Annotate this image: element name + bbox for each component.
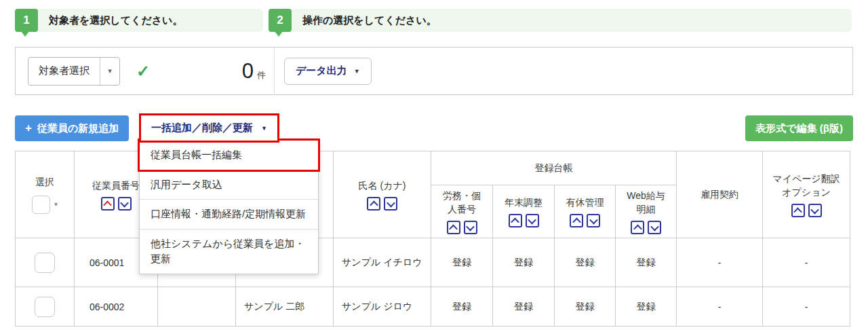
bulk-update-menu: 従業員台帳一括編集 汎用データ取込 口座情報・通勤経路/定期情報更新 他社システ… (139, 140, 319, 274)
target-select-button[interactable]: 対象者選択 ▾ (28, 57, 120, 86)
step-label: 対象者を選択してください。 (49, 9, 263, 32)
mypage-translation-label: マイページ翻訳オプション (770, 172, 842, 200)
sort-asc-button[interactable] (631, 221, 644, 234)
name-cell: サンプル 二郎 (236, 287, 334, 327)
chevron-down-icon (650, 223, 659, 232)
roumu-label: 労務・個人番号 (440, 189, 484, 217)
column-header-nencho: 年末調整 (493, 185, 555, 238)
column-header-web-payslip: Web給与明細 (616, 185, 677, 238)
menu-item-bank-commute-update[interactable]: 口座情報・通勤経路/定期情報更新 (140, 199, 318, 229)
row-checkbox[interactable] (35, 253, 55, 273)
step-number: 1 (23, 14, 29, 27)
selection-bar-right: データ出力 ▼ (275, 48, 372, 94)
column-header-name-kana: 氏名 (カナ) (334, 151, 431, 238)
employment-contract-cell: - (677, 287, 763, 327)
mypage-translation-cell: - (763, 287, 850, 327)
web-payslip-cell: 登録 (616, 287, 677, 327)
column-header-employment-contract: 雇用契約 (677, 151, 763, 238)
employee-number-cell: 06-0002 (75, 287, 158, 327)
column-header-select: 選択 ▾ (16, 151, 75, 238)
sort-asc-button[interactable] (509, 214, 522, 227)
sort-asc-button[interactable] (101, 197, 115, 210)
caret-down-icon: ▼ (261, 125, 267, 132)
data-export-label: データ出力 (296, 65, 347, 77)
chevron-down-icon (387, 198, 395, 207)
employee-number-label: 従業員番号 (92, 180, 140, 191)
sort-asc-button[interactable] (570, 214, 583, 227)
menu-item-batch-edit-roster[interactable]: 従業員台帳一括編集 (140, 141, 318, 170)
menu-item-generic-data-import[interactable]: 汎用データ取込 (140, 170, 318, 200)
column-header-mypage-translation: マイページ翻訳オプション (763, 151, 850, 238)
sort-desc-button[interactable] (526, 214, 539, 227)
bulk-update-dropdown-button[interactable]: 一括追加／削除／更新 ▼ (139, 113, 279, 143)
sort-desc-button[interactable] (648, 221, 661, 234)
bulk-update-label: 一括追加／削除／更新 (151, 122, 253, 134)
chevron-down-icon (466, 223, 475, 232)
chevron-up-icon (511, 217, 519, 226)
name-kana-label: 氏名 (カナ) (359, 180, 406, 191)
row-checkbox[interactable] (35, 297, 55, 317)
selection-bar-left: 対象者選択 ▾ ✓ 0 件 (16, 48, 274, 94)
name-kana-cell: サンプル ジロウ (334, 287, 431, 327)
check-icon: ✓ (136, 62, 150, 81)
caret-down-icon[interactable]: ▾ (54, 200, 58, 210)
web-payslip-cell: 登録 (616, 238, 677, 287)
chevron-up-icon (633, 224, 642, 233)
chevron-down-icon (120, 198, 129, 207)
table-row: 06-0002 サンプル 二郎 サンプル ジロウ 登録 登録 登録 登録 - - (16, 287, 850, 327)
selected-count-unit: 件 (257, 69, 266, 81)
nencho-cell: 登録 (493, 238, 555, 287)
sort-desc-button[interactable] (118, 197, 132, 210)
selected-count: 0 件 (242, 59, 274, 84)
nencho-cell: 登録 (493, 287, 555, 327)
yukyu-cell: 登録 (555, 287, 616, 327)
roumu-cell: 登録 (431, 238, 493, 287)
sort-desc-button[interactable] (808, 204, 822, 217)
add-employee-button[interactable]: + 従業員の新規追加 (15, 115, 129, 141)
sort-asc-button[interactable] (367, 197, 380, 210)
column-header-roumu: 労務・個人番号 (431, 185, 493, 238)
step-label: 操作の選択をしてください。 (302, 9, 852, 32)
name-kana-cell: サンプル イチロウ (334, 238, 431, 287)
employment-contract-cell: - (677, 238, 763, 287)
data-export-button[interactable]: データ出力 ▼ (284, 58, 372, 85)
step-number-badge: 1 (15, 9, 38, 32)
caret-down-icon: ▼ (354, 68, 360, 75)
step-banner-1: 1 対象者を選択してください。 (15, 9, 263, 32)
caret-down-icon[interactable]: ▾ (100, 58, 119, 85)
yukyu-label: 有休管理 (566, 197, 604, 208)
target-selection-bar: 対象者選択 ▾ ✓ 0 件 データ出力 ▼ (15, 47, 853, 95)
step-number-badge: 2 (269, 9, 292, 32)
chevron-up-icon (449, 224, 458, 233)
chevron-up-icon (793, 207, 802, 216)
chevron-up-icon (103, 200, 112, 209)
chevron-down-icon (810, 206, 819, 215)
blank-cell (158, 287, 236, 327)
sort-asc-button[interactable] (791, 204, 805, 217)
column-header-yukyu: 有休管理 (555, 185, 616, 238)
sort-desc-button[interactable] (464, 221, 477, 234)
add-employee-label: 従業員の新規追加 (37, 122, 119, 135)
sort-asc-button[interactable] (447, 221, 460, 234)
sort-desc-button[interactable] (384, 197, 397, 210)
step-number: 2 (277, 14, 283, 27)
step-banner-2: 2 操作の選択をしてください。 (269, 9, 852, 32)
sort-desc-button[interactable] (587, 214, 600, 227)
web-payslip-label: Web給与明細 (625, 189, 668, 217)
chevron-down-icon (589, 215, 598, 224)
select-all-checkbox[interactable] (32, 196, 50, 214)
mypage-translation-cell: - (763, 238, 850, 287)
column-group-registries: 登録台帳 (431, 151, 677, 185)
chevron-up-icon (370, 200, 378, 209)
menu-item-external-system-import[interactable]: 他社システムから従業員を追加・更新 (140, 229, 318, 274)
yukyu-cell: 登録 (555, 238, 616, 287)
selected-count-value: 0 (242, 59, 254, 84)
nencho-label: 年末調整 (505, 197, 542, 208)
select-column-label: 選択 (35, 175, 54, 189)
chevron-down-icon (528, 215, 536, 224)
employee-list-page: 1 対象者を選択してください。 2 操作の選択をしてください。 対象者選択 ▾ … (0, 0, 868, 330)
select-all-control[interactable]: ▾ (32, 196, 58, 214)
plus-icon: + (25, 122, 32, 135)
table-edit-button[interactable]: 表形式で編集 (β版) (745, 115, 853, 141)
target-select-label: 対象者選択 (28, 58, 100, 85)
